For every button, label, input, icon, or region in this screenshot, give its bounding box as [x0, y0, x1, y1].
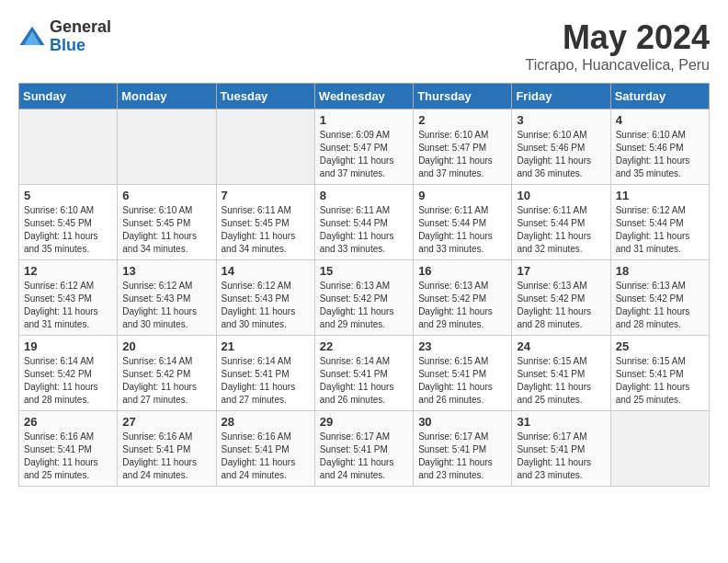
day-cell: 4Sunrise: 6:10 AMSunset: 5:46 PMDaylight…: [610, 109, 709, 185]
day-number: 2: [418, 113, 506, 127]
day-info: Sunrise: 6:11 AMSunset: 5:44 PMDaylight:…: [320, 204, 408, 256]
day-header-monday: Monday: [118, 84, 216, 109]
day-number: 9: [418, 189, 506, 202]
day-info: Sunrise: 6:12 AMSunset: 5:43 PMDaylight:…: [24, 280, 112, 331]
day-info: Sunrise: 6:17 AMSunset: 5:41 PMDaylight:…: [517, 431, 605, 482]
day-number: 22: [320, 339, 408, 353]
week-row-4: 19Sunrise: 6:14 AMSunset: 5:42 PMDayligh…: [19, 336, 710, 411]
day-number: 12: [24, 264, 112, 278]
day-header-friday: Friday: [512, 84, 610, 109]
calendar-table: SundayMondayTuesdayWednesdayThursdayFrid…: [18, 83, 710, 487]
day-header-saturday: Saturday: [610, 84, 709, 109]
day-number: 13: [122, 264, 210, 278]
day-info: Sunrise: 6:10 AMSunset: 5:45 PMDaylight:…: [122, 204, 210, 256]
day-cell: 22Sunrise: 6:14 AMSunset: 5:41 PMDayligh…: [314, 336, 413, 411]
day-number: 16: [418, 264, 506, 278]
day-cell: 7Sunrise: 6:11 AMSunset: 5:45 PMDaylight…: [216, 185, 314, 260]
logo-text: General Blue: [50, 18, 111, 55]
day-cell: 14Sunrise: 6:12 AMSunset: 5:43 PMDayligh…: [216, 260, 314, 336]
day-header-thursday: Thursday: [414, 84, 512, 109]
day-cell: 9Sunrise: 6:11 AMSunset: 5:44 PMDaylight…: [414, 185, 512, 260]
day-cell: 8Sunrise: 6:11 AMSunset: 5:44 PMDaylight…: [314, 185, 413, 260]
month-title: May 2024: [526, 18, 710, 57]
day-number: 27: [122, 415, 210, 429]
day-cell: 10Sunrise: 6:11 AMSunset: 5:44 PMDayligh…: [512, 185, 610, 260]
day-info: Sunrise: 6:14 AMSunset: 5:42 PMDaylight:…: [122, 355, 210, 407]
day-number: 24: [517, 339, 605, 353]
day-cell: 1Sunrise: 6:09 AMSunset: 5:47 PMDaylight…: [314, 109, 413, 185]
day-cell: 5Sunrise: 6:10 AMSunset: 5:45 PMDaylight…: [19, 185, 118, 260]
week-row-2: 5Sunrise: 6:10 AMSunset: 5:45 PMDaylight…: [19, 185, 710, 260]
day-number: 28: [222, 415, 310, 429]
day-info: Sunrise: 6:15 AMSunset: 5:41 PMDaylight:…: [616, 355, 704, 407]
logo: General Blue: [18, 18, 111, 55]
day-number: 1: [320, 113, 408, 127]
day-number: 3: [517, 113, 605, 127]
day-info: Sunrise: 6:12 AMSunset: 5:44 PMDaylight:…: [616, 204, 704, 256]
calendar-header: SundayMondayTuesdayWednesdayThursdayFrid…: [19, 84, 710, 109]
day-header-tuesday: Tuesday: [216, 84, 314, 109]
day-number: 14: [222, 264, 310, 278]
day-cell: 27Sunrise: 6:16 AMSunset: 5:41 PMDayligh…: [118, 411, 216, 487]
day-cell: 28Sunrise: 6:16 AMSunset: 5:41 PMDayligh…: [216, 411, 314, 487]
day-info: Sunrise: 6:16 AMSunset: 5:41 PMDaylight:…: [122, 431, 210, 482]
day-number: 7: [222, 189, 310, 202]
day-number: 15: [320, 264, 408, 278]
day-number: 6: [122, 189, 210, 202]
week-row-3: 12Sunrise: 6:12 AMSunset: 5:43 PMDayligh…: [19, 260, 710, 336]
day-cell: 23Sunrise: 6:15 AMSunset: 5:41 PMDayligh…: [414, 336, 512, 411]
day-cell: 25Sunrise: 6:15 AMSunset: 5:41 PMDayligh…: [610, 336, 709, 411]
day-cell: 16Sunrise: 6:13 AMSunset: 5:42 PMDayligh…: [414, 260, 512, 336]
day-cell: 6Sunrise: 6:10 AMSunset: 5:45 PMDaylight…: [118, 185, 216, 260]
logo-icon: [18, 23, 46, 51]
day-cell: 21Sunrise: 6:14 AMSunset: 5:41 PMDayligh…: [216, 336, 314, 411]
day-header-wednesday: Wednesday: [314, 84, 413, 109]
day-number: 10: [517, 189, 605, 202]
day-number: 20: [122, 339, 210, 353]
day-cell: 31Sunrise: 6:17 AMSunset: 5:41 PMDayligh…: [512, 411, 610, 487]
day-info: Sunrise: 6:10 AMSunset: 5:46 PMDaylight:…: [517, 129, 605, 180]
day-header-sunday: Sunday: [19, 84, 118, 109]
logo-general-text: General: [50, 18, 111, 37]
day-info: Sunrise: 6:17 AMSunset: 5:41 PMDaylight:…: [418, 431, 506, 482]
day-info: Sunrise: 6:10 AMSunset: 5:45 PMDaylight:…: [24, 204, 112, 256]
day-cell: 11Sunrise: 6:12 AMSunset: 5:44 PMDayligh…: [610, 185, 709, 260]
day-number: 11: [616, 189, 704, 202]
day-cell: 19Sunrise: 6:14 AMSunset: 5:42 PMDayligh…: [19, 336, 118, 411]
day-number: 4: [616, 113, 704, 127]
day-cell: 17Sunrise: 6:13 AMSunset: 5:42 PMDayligh…: [512, 260, 610, 336]
day-cell: [19, 109, 118, 185]
day-info: Sunrise: 6:14 AMSunset: 5:42 PMDaylight:…: [24, 355, 112, 407]
day-info: Sunrise: 6:15 AMSunset: 5:41 PMDaylight:…: [418, 355, 506, 407]
day-info: Sunrise: 6:09 AMSunset: 5:47 PMDaylight:…: [320, 129, 408, 180]
day-number: 18: [616, 264, 704, 278]
day-number: 17: [517, 264, 605, 278]
day-cell: 15Sunrise: 6:13 AMSunset: 5:42 PMDayligh…: [314, 260, 413, 336]
day-cell: 26Sunrise: 6:16 AMSunset: 5:41 PMDayligh…: [19, 411, 118, 487]
day-info: Sunrise: 6:10 AMSunset: 5:46 PMDaylight:…: [616, 129, 704, 180]
day-number: 31: [517, 415, 605, 429]
day-info: Sunrise: 6:14 AMSunset: 5:41 PMDaylight:…: [320, 355, 408, 407]
day-number: 30: [418, 415, 506, 429]
day-cell: 20Sunrise: 6:14 AMSunset: 5:42 PMDayligh…: [118, 336, 216, 411]
day-cell: 12Sunrise: 6:12 AMSunset: 5:43 PMDayligh…: [19, 260, 118, 336]
day-cell: 29Sunrise: 6:17 AMSunset: 5:41 PMDayligh…: [314, 411, 413, 487]
day-info: Sunrise: 6:17 AMSunset: 5:41 PMDaylight:…: [320, 431, 408, 482]
day-number: 8: [320, 189, 408, 202]
title-block: May 2024 Ticrapo, Huancavelica, Peru: [526, 18, 710, 74]
day-number: 25: [616, 339, 704, 353]
day-number: 19: [24, 339, 112, 353]
day-cell: 3Sunrise: 6:10 AMSunset: 5:46 PMDaylight…: [512, 109, 610, 185]
day-info: Sunrise: 6:13 AMSunset: 5:42 PMDaylight:…: [616, 280, 704, 331]
day-info: Sunrise: 6:10 AMSunset: 5:47 PMDaylight:…: [418, 129, 506, 180]
day-cell: 30Sunrise: 6:17 AMSunset: 5:41 PMDayligh…: [414, 411, 512, 487]
day-cell: 13Sunrise: 6:12 AMSunset: 5:43 PMDayligh…: [118, 260, 216, 336]
day-cell: 24Sunrise: 6:15 AMSunset: 5:41 PMDayligh…: [512, 336, 610, 411]
day-cell: 18Sunrise: 6:13 AMSunset: 5:42 PMDayligh…: [610, 260, 709, 336]
day-cell: [610, 411, 709, 487]
day-info: Sunrise: 6:11 AMSunset: 5:45 PMDaylight:…: [222, 204, 310, 256]
day-cell: 2Sunrise: 6:10 AMSunset: 5:47 PMDaylight…: [414, 109, 512, 185]
day-info: Sunrise: 6:16 AMSunset: 5:41 PMDaylight:…: [24, 431, 112, 482]
day-info: Sunrise: 6:13 AMSunset: 5:42 PMDaylight:…: [418, 280, 506, 331]
day-info: Sunrise: 6:13 AMSunset: 5:42 PMDaylight:…: [517, 280, 605, 331]
